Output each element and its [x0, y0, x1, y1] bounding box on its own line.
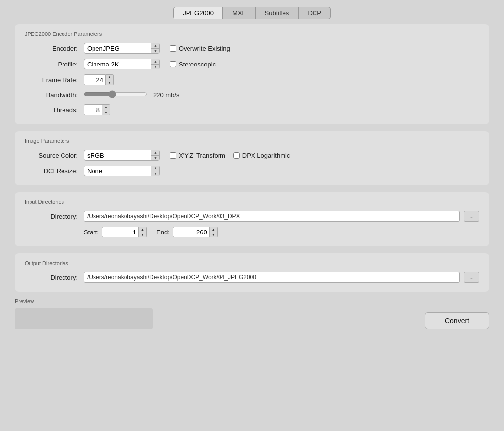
preview-section: Preview — [15, 298, 425, 329]
output-section: Output Directories Directory: ... — [15, 253, 489, 292]
threads-stepper: ▲ ▼ — [84, 104, 110, 115]
xyz-transform-checkbox[interactable] — [170, 152, 176, 159]
threads-down-button[interactable]: ▼ — [102, 110, 110, 115]
jpeg2000-section: JPEG2000 Encoder Parameters Encoder: Ope… — [15, 24, 489, 124]
bandwidth-label: Bandwidth: — [25, 91, 84, 99]
tab-bar: JPEG2000 MXF Subtitles DCP — [0, 0, 504, 24]
start-label: Start: — [84, 229, 99, 236]
encoder-label: Encoder: — [25, 45, 84, 52]
overwrite-checkbox[interactable] — [170, 45, 176, 52]
end-up-button[interactable]: ▲ — [210, 227, 217, 232]
start-end-row: Start: ▲ ▼ End: ▲ ▼ — [25, 227, 479, 237]
stereoscopic-label: Stereoscopic — [179, 61, 216, 68]
preview-title: Preview — [15, 298, 425, 304]
convert-button[interactable]: Convert — [425, 312, 489, 329]
preview-box — [15, 308, 153, 329]
input-directory-group: ... — [84, 211, 479, 222]
end-stepper-buttons: ▲ ▼ — [210, 227, 218, 237]
output-section-title: Output Directories — [25, 260, 479, 266]
threads-input[interactable] — [84, 104, 102, 115]
threads-up-button[interactable]: ▲ — [102, 105, 110, 110]
input-section: Input Directories Directory: ... Start: … — [15, 192, 489, 246]
dci-resize-select-wrapper[interactable]: None 1998x1080 2048x1080 4096x2160 ▲ ▼ — [84, 166, 160, 176]
input-directory-label: Directory: — [25, 213, 84, 220]
bandwidth-slider-row: 220 mb/s — [84, 90, 179, 99]
stereoscopic-checkbox[interactable] — [170, 61, 176, 67]
dpx-log-checkbox[interactable] — [233, 152, 240, 159]
output-directory-row: Directory: ... — [25, 272, 479, 283]
threads-label: Threads: — [25, 106, 84, 114]
overwrite-label: Overwrite Existing — [179, 45, 230, 52]
frame-rate-row: Frame Rate: ▲ ▼ — [25, 74, 479, 85]
bandwidth-slider[interactable] — [84, 90, 147, 98]
start-stepper-buttons: ▲ ▼ — [139, 227, 147, 237]
tab-dcp[interactable]: DCP — [298, 7, 330, 19]
profile-row: Profile: Cinema 2K Cinema 4K ▲ ▼ Stereos… — [25, 59, 479, 69]
tab-mxf[interactable]: MXF — [223, 7, 255, 19]
image-section-title: Image Parameters — [25, 138, 479, 144]
end-stepper: ▲ ▼ — [173, 227, 218, 237]
frame-rate-up-button[interactable]: ▲ — [106, 75, 113, 80]
bandwidth-value: 220 mb/s — [153, 91, 179, 99]
profile-select[interactable]: Cinema 2K Cinema 4K — [84, 59, 159, 69]
tab-jpeg2000[interactable]: JPEG2000 — [173, 7, 223, 19]
start-stepper: ▲ ▼ — [102, 227, 147, 237]
output-directory-group: ... — [84, 272, 479, 283]
end-label: End: — [157, 229, 170, 236]
dpx-log-group: DPX Logarithmic — [233, 152, 290, 159]
threads-stepper-buttons: ▲ ▼ — [102, 104, 110, 115]
bandwidth-row: Bandwidth: 220 mb/s — [25, 90, 479, 99]
encoder-row: Encoder: OpenJPEG Kakadu ▲ ▼ Overwrite E… — [25, 43, 479, 54]
main-content: JPEG2000 Encoder Parameters Encoder: Ope… — [0, 24, 504, 292]
overwrite-group: Overwrite Existing — [170, 45, 230, 52]
encoder-select-wrapper[interactable]: OpenJPEG Kakadu ▲ ▼ — [84, 43, 160, 54]
dci-resize-row: DCI Resize: None 1998x1080 2048x1080 409… — [25, 166, 479, 176]
input-browse-button[interactable]: ... — [464, 211, 479, 222]
frame-rate-input[interactable] — [84, 74, 106, 85]
output-directory-input[interactable] — [84, 272, 460, 283]
input-directory-row: Directory: ... — [25, 211, 479, 222]
profile-select-wrapper[interactable]: Cinema 2K Cinema 4K ▲ ▼ — [84, 59, 160, 69]
bandwidth-slider-container — [84, 90, 147, 99]
jpeg2000-section-title: JPEG2000 Encoder Parameters — [25, 31, 479, 37]
input-section-title: Input Directories — [25, 199, 479, 205]
threads-row: Threads: ▲ ▼ — [25, 104, 479, 115]
frame-rate-label: Frame Rate: — [25, 76, 84, 84]
frame-rate-stepper-buttons: ▲ ▼ — [106, 74, 114, 85]
end-down-button[interactable]: ▼ — [210, 232, 217, 237]
bottom-bar: Preview Convert — [0, 298, 504, 329]
source-color-row: Source Color: sRGB P3 XYZ ▲ ▼ X'Y'Z' Tra… — [25, 150, 479, 161]
start-input[interactable] — [102, 227, 139, 237]
source-color-label: Source Color: — [25, 152, 84, 159]
xyz-transform-label: X'Y'Z' Transform — [179, 152, 225, 159]
end-input[interactable] — [173, 227, 210, 237]
start-down-button[interactable]: ▼ — [139, 232, 146, 237]
xyz-transform-group: X'Y'Z' Transform — [170, 152, 225, 159]
image-section: Image Parameters Source Color: sRGB P3 X… — [15, 131, 489, 185]
profile-label: Profile: — [25, 61, 84, 68]
encoder-select[interactable]: OpenJPEG Kakadu — [84, 43, 159, 53]
input-directory-input[interactable] — [84, 211, 460, 222]
dpx-log-label: DPX Logarithmic — [242, 152, 290, 159]
frame-rate-stepper: ▲ ▼ — [84, 74, 114, 85]
dci-resize-label: DCI Resize: — [25, 167, 84, 175]
stereoscopic-group: Stereoscopic — [170, 61, 216, 68]
end-group: End: ▲ ▼ — [157, 227, 218, 237]
dci-resize-select[interactable]: None 1998x1080 2048x1080 4096x2160 — [84, 166, 159, 176]
frame-rate-down-button[interactable]: ▼ — [106, 80, 113, 85]
start-group: Start: ▲ ▼ — [84, 227, 147, 237]
source-color-select[interactable]: sRGB P3 XYZ — [84, 150, 159, 160]
start-up-button[interactable]: ▲ — [139, 227, 146, 232]
output-browse-button[interactable]: ... — [464, 272, 479, 283]
tab-subtitles[interactable]: Subtitles — [255, 7, 299, 19]
source-color-select-wrapper[interactable]: sRGB P3 XYZ ▲ ▼ — [84, 150, 160, 161]
output-directory-label: Directory: — [25, 274, 84, 281]
